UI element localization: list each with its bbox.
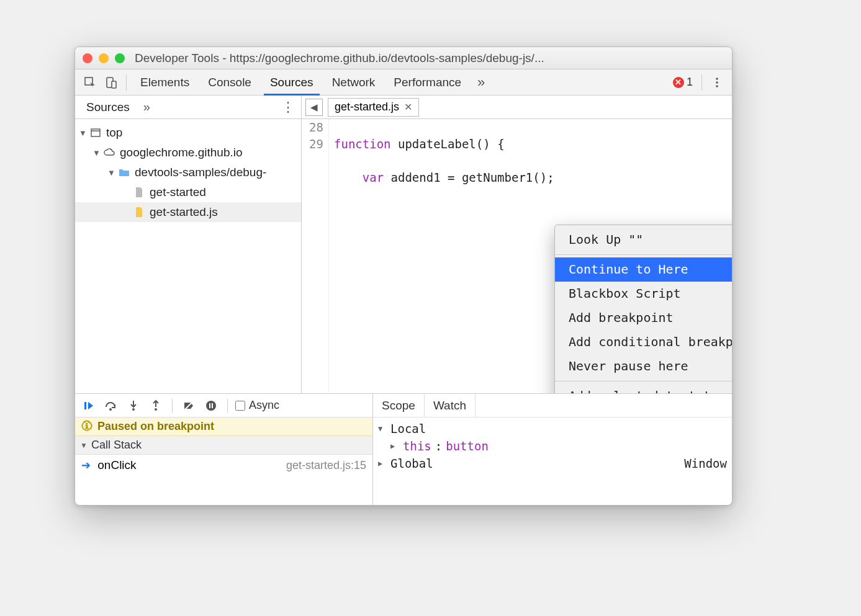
chevron-right-icon — [378, 455, 387, 472]
async-checkbox-input[interactable] — [235, 401, 245, 411]
current-frame-icon: ➔ — [81, 459, 91, 471]
chevron-right-icon — [390, 437, 399, 455]
tree-file-js[interactable]: get-started.js — [75, 202, 301, 222]
context-menu-continue-here[interactable]: Continue to Here — [555, 257, 732, 282]
tree-file-html[interactable]: get-started — [75, 182, 301, 202]
sidebar-tab-bar: Sources » ⋮ — [75, 96, 301, 119]
editor-file-tab-label: get-started.js — [335, 100, 399, 114]
device-toggle-icon[interactable] — [101, 73, 121, 92]
callstack-header-label: Call Stack — [91, 439, 142, 452]
context-menu-add-watches[interactable]: Add selected text to watches — [555, 384, 732, 393]
svg-rect-8 — [84, 402, 86, 409]
workspace: Sources » ⋮ ▼ top ▼ googlechrome. — [75, 96, 732, 393]
scope-local-label: Local — [390, 420, 426, 437]
js-file-icon — [132, 207, 146, 218]
context-menu-never-pause[interactable]: Never pause here — [555, 354, 732, 378]
tab-console[interactable]: Console — [199, 69, 260, 95]
maximize-window-button[interactable] — [115, 53, 125, 63]
editor-file-tab[interactable]: get-started.js ✕ — [328, 98, 419, 117]
scope-global-label: Global — [390, 455, 433, 472]
context-menu-blackbox[interactable]: Blackbox Script — [555, 282, 732, 306]
editor-tab-bar: ◀ get-started.js ✕ — [302, 96, 732, 119]
step-into-button[interactable] — [125, 397, 142, 414]
svg-point-15 — [206, 401, 216, 411]
svg-rect-16 — [209, 403, 210, 408]
kebab-menu-button[interactable] — [707, 73, 727, 92]
tree-domain[interactable]: ▼ googlechrome.github.io — [75, 143, 301, 163]
chevron-down-icon — [378, 420, 387, 437]
chevron-down-icon: ▼ — [107, 168, 117, 177]
callstack-header[interactable]: ▼ Call Stack — [75, 436, 372, 455]
line-number: 29 — [302, 136, 323, 153]
close-window-button[interactable] — [83, 53, 92, 63]
close-tab-icon[interactable]: ✕ — [404, 101, 412, 113]
sources-sidebar: Sources » ⋮ ▼ top ▼ googlechrome. — [75, 96, 302, 393]
context-menu-add-breakpoint[interactable]: Add breakpoint — [555, 306, 732, 330]
folder-icon — [117, 167, 131, 177]
tree-file-html-label: get-started — [150, 185, 206, 199]
tab-elements[interactable]: Elements — [132, 69, 198, 95]
svg-point-11 — [132, 408, 135, 411]
paused-message: Paused on breakpoint — [97, 420, 214, 433]
toolbar-separator — [172, 399, 173, 413]
chevron-down-icon: ▼ — [79, 128, 89, 138]
toggle-navigator-button[interactable]: ◀ — [305, 99, 323, 116]
tree-top[interactable]: ▼ top — [75, 123, 301, 143]
scope-global-value: Window — [684, 455, 727, 472]
inspect-icon[interactable] — [80, 73, 100, 92]
error-count: 1 — [687, 76, 693, 89]
callstack-frame-name: onClick — [97, 458, 136, 471]
more-tabs-button[interactable]: » — [471, 74, 491, 91]
scope-global[interactable]: Global Window — [378, 455, 727, 472]
debugger-panels: Async 🛈 Paused on breakpoint ▼ Call Stac… — [75, 393, 732, 505]
svg-rect-6 — [91, 129, 100, 136]
sidebar-more-tabs[interactable]: » — [137, 100, 156, 114]
debugger-left-panel: Async 🛈 Paused on breakpoint ▼ Call Stac… — [75, 394, 373, 505]
error-count-badge[interactable]: ✕ 1 — [669, 76, 696, 89]
cloud-icon — [102, 148, 116, 158]
pause-on-exceptions-button[interactable] — [202, 397, 220, 414]
file-tree: ▼ top ▼ googlechrome.github.io ▼ — [75, 119, 301, 393]
scope-this[interactable]: this: button — [378, 437, 727, 455]
code-editor[interactable]: 28 29 function updateLabel() { var adden… — [302, 119, 732, 393]
callstack-frame-location: get-started.js:15 — [286, 459, 366, 472]
paused-status-bar: 🛈 Paused on breakpoint — [75, 417, 372, 436]
tree-folder[interactable]: ▼ devtools-samples/debug- — [75, 163, 301, 182]
step-over-button[interactable] — [102, 397, 120, 414]
line-gutter: 28 29 — [302, 119, 329, 393]
sidebar-tab-sources[interactable]: Sources — [79, 96, 137, 118]
svg-rect-2 — [112, 81, 116, 88]
debugger-toolbar: Async — [75, 394, 372, 417]
context-menu-separator — [555, 254, 732, 255]
context-menu-add-conditional[interactable]: Add conditional breakpoint... — [555, 330, 732, 354]
async-checkbox[interactable]: Async — [235, 399, 279, 412]
tree-file-js-label: get-started.js — [150, 205, 218, 219]
tab-divider-right — [701, 74, 702, 91]
titlebar: Developer Tools - https://googlechrome.g… — [75, 47, 732, 69]
deactivate-breakpoints-button[interactable] — [180, 397, 197, 414]
scope-tab[interactable]: Scope — [373, 394, 425, 417]
step-out-button[interactable] — [147, 397, 165, 414]
sidebar-kebab-button[interactable]: ⋮ — [275, 99, 301, 115]
line-number: 28 — [302, 119, 323, 136]
resume-button[interactable] — [80, 397, 97, 414]
scope-local[interactable]: Local — [378, 420, 727, 437]
scope-panel: Scope Watch Local this: button Global — [373, 394, 732, 505]
scope-body: Local this: button Global Window — [373, 417, 732, 505]
tab-network[interactable]: Network — [323, 69, 384, 95]
callstack-frame[interactable]: ➔ onClick get-started.js:15 — [75, 455, 372, 476]
chevron-down-icon: ▼ — [80, 441, 88, 450]
tab-sources[interactable]: Sources — [261, 69, 322, 95]
tree-folder-label: devtools-samples/debug- — [135, 166, 266, 179]
document-icon — [132, 187, 146, 198]
context-menu-lookup[interactable]: Look Up "" — [555, 228, 732, 252]
tab-divider — [126, 74, 127, 91]
tab-performance[interactable]: Performance — [385, 69, 470, 95]
watch-tab[interactable]: Watch — [425, 394, 476, 417]
frame-icon — [89, 127, 102, 138]
context-menu: Look Up "" Continue to Here Blackbox Scr… — [554, 225, 732, 393]
svg-point-5 — [716, 85, 718, 87]
error-icon: ✕ — [673, 77, 684, 88]
scope-this-value: button — [446, 437, 489, 455]
minimize-window-button[interactable] — [99, 53, 109, 63]
